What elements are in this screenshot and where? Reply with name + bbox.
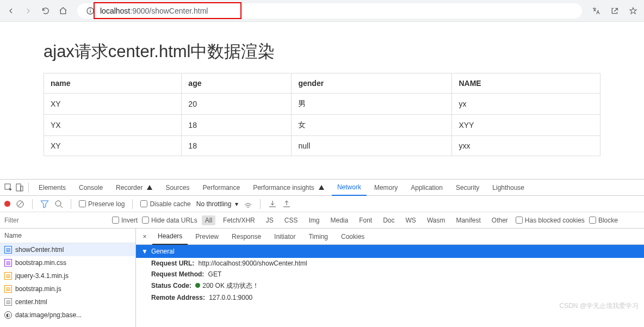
import-har-icon[interactable] (268, 200, 277, 208)
forward-button[interactable] (22, 4, 35, 17)
th-NAME: NAME (452, 73, 600, 94)
request-row[interactable]: ◐data:image/png;base... (0, 309, 135, 322)
filter-css[interactable]: CSS (281, 215, 301, 225)
status-dot-icon (195, 283, 200, 288)
request-list: Name ▤showCenter.html ▤bootstrap.min.css… (0, 229, 136, 327)
filter-media[interactable]: Media (327, 215, 351, 225)
preview-badge-icon (319, 185, 324, 190)
reload-button[interactable] (39, 4, 52, 17)
kv-status-code: Status Code: 200 OK 成功状态！ (136, 280, 644, 292)
page-content: ajax请求center.html中数据渲染 name age gender N… (0, 22, 644, 162)
network-filter-bar: Invert Hide data URLs All Fetch/XHR JS C… (0, 212, 644, 229)
hide-dataurls-checkbox[interactable]: Hide data URLs (142, 217, 197, 224)
filter-wasm[interactable]: Wasm (424, 215, 449, 225)
filter-fetch[interactable]: Fetch/XHR (220, 215, 258, 225)
table-row: XY18nullyxx (44, 136, 600, 156)
detail-tab-headers[interactable]: Headers (152, 229, 188, 245)
filter-icon[interactable] (40, 200, 49, 208)
th-name: name (44, 73, 182, 94)
tab-memory[interactable]: Memory (369, 180, 403, 196)
invert-checkbox[interactable]: Invert (112, 217, 138, 224)
home-button[interactable] (57, 4, 70, 17)
file-icon: ▤ (4, 272, 12, 280)
file-icon: ◐ (4, 311, 12, 319)
tab-recorder[interactable]: Recorder (110, 180, 158, 196)
requests-header-name[interactable]: Name (0, 229, 135, 243)
tab-performance[interactable]: Performance (197, 180, 245, 196)
blocked-requests-checkbox[interactable]: Blocke (589, 217, 618, 224)
request-row[interactable]: ▤bootstrap.min.css (0, 256, 135, 269)
browser-toolbar: localhost:9000/showCenter.html (0, 0, 644, 22)
file-icon: ▤ (4, 246, 12, 254)
page-title: ajax请求center.html中数据渲染 (44, 40, 600, 63)
device-icon[interactable] (15, 183, 24, 192)
kv-request-method: Request Method: GET (136, 269, 644, 280)
inspect-icon[interactable] (4, 183, 13, 192)
share-icon[interactable] (608, 4, 621, 17)
request-row[interactable]: ▤jquery-3.4.1.min.js (0, 269, 135, 282)
filter-js[interactable]: JS (263, 215, 277, 225)
filter-other[interactable]: Other (488, 215, 511, 225)
tab-security[interactable]: Security (450, 180, 485, 196)
detail-tab-response[interactable]: Response (226, 229, 267, 245)
tab-sources[interactable]: Sources (160, 180, 195, 196)
address-bar[interactable]: localhost:9000/showCenter.html (77, 3, 582, 18)
filter-all[interactable]: All (202, 215, 215, 225)
detail-tab-cookies[interactable]: Cookies (336, 229, 370, 245)
file-icon: ▤ (4, 259, 12, 267)
svg-line-9 (60, 206, 63, 208)
request-row[interactable]: ▤center.html (0, 295, 135, 309)
close-detail-button[interactable]: × (139, 233, 150, 240)
request-detail: × Headers Preview Response Initiator Tim… (136, 229, 644, 327)
table-row: XY20男yx (44, 94, 600, 115)
general-section-header[interactable]: ▼General (136, 245, 644, 258)
devtools-panel: Elements Console Recorder Sources Perfor… (0, 179, 644, 327)
svg-point-10 (247, 207, 249, 208)
filter-input[interactable] (4, 215, 108, 226)
svg-rect-1 (90, 10, 90, 13)
filter-ws[interactable]: WS (403, 215, 419, 225)
site-info-icon[interactable] (84, 4, 97, 17)
detail-tab-timing[interactable]: Timing (303, 229, 333, 245)
tab-network[interactable]: Network (332, 180, 367, 196)
back-button[interactable] (4, 4, 17, 17)
tab-elements[interactable]: Elements (33, 180, 71, 196)
th-age: age (182, 73, 292, 94)
search-icon[interactable] (54, 200, 63, 208)
export-har-icon[interactable] (282, 200, 291, 208)
tab-console[interactable]: Console (73, 180, 108, 196)
filter-img[interactable]: Img (305, 215, 323, 225)
blocked-cookies-checkbox[interactable]: Has blocked cookies (516, 217, 585, 224)
disable-cache-checkbox[interactable]: Disable cache (140, 200, 190, 208)
translate-icon[interactable] (590, 4, 603, 17)
th-gender: gender (292, 73, 452, 94)
record-button[interactable] (4, 201, 10, 207)
network-conditions-icon[interactable] (244, 200, 252, 208)
tab-lighthouse[interactable]: Lighthouse (487, 180, 530, 196)
tab-application[interactable]: Application (405, 180, 448, 196)
filter-doc[interactable]: Doc (380, 215, 398, 225)
request-row[interactable]: ▤showCenter.html (0, 243, 135, 256)
kv-remote-address: Remote Address: 127.0.0.1:9000 (136, 292, 644, 303)
detail-tab-preview[interactable]: Preview (190, 229, 224, 245)
preserve-log-checkbox[interactable]: Preserve log (79, 200, 125, 208)
file-icon: ▤ (4, 298, 12, 306)
preview-badge-icon (147, 185, 152, 190)
table-row: YX18女XYY (44, 115, 600, 136)
url-text: localhost:9000/showCenter.html (100, 7, 208, 15)
svg-point-8 (55, 201, 61, 206)
svg-line-7 (18, 202, 22, 206)
filter-font[interactable]: Font (356, 215, 375, 225)
clear-button[interactable] (16, 200, 24, 208)
svg-rect-5 (21, 186, 23, 191)
filter-manifest[interactable]: Manifest (453, 215, 484, 225)
tab-perf-insights[interactable]: Performance insights (247, 180, 330, 196)
request-row[interactable]: ▤bootstrap.min.js (0, 282, 135, 295)
svg-rect-4 (16, 184, 21, 191)
detail-tab-initiator[interactable]: Initiator (269, 229, 301, 245)
devtools-tabstrip: Elements Console Recorder Sources Perfor… (0, 180, 644, 196)
data-table: name age gender NAME XY20男yx YX18女XYY XY… (44, 73, 600, 156)
network-toolbar: Preserve log Disable cache No throttling… (0, 196, 644, 212)
throttling-select[interactable]: No throttling ▾ (196, 200, 238, 208)
bookmark-star-icon[interactable] (627, 4, 640, 17)
